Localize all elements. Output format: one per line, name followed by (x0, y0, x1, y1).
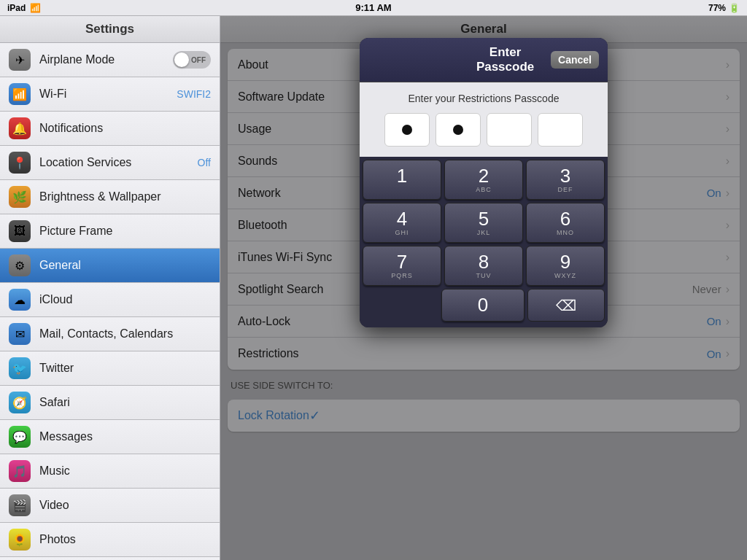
battery-label: 77% (708, 3, 726, 13)
picture-icon: 🖼 (9, 220, 31, 242)
location-value: Off (198, 157, 211, 168)
brightness-label: Brightness & Wallpaper (39, 190, 211, 203)
key-0[interactable]: 0 (441, 289, 525, 322)
delete-icon: ⌫ (556, 297, 576, 314)
key-empty (363, 289, 438, 322)
dot-3 (487, 113, 532, 147)
passcode-title: Enter Passcode (460, 45, 551, 74)
passcode-dialog: Enter Passcode Cancel Enter your Restric… (360, 38, 608, 327)
sidebar-item-picture[interactable]: 🖼Picture Frame (0, 214, 220, 249)
video-label: Video (39, 499, 211, 512)
sidebar-item-twitter[interactable]: 🐦Twitter (0, 351, 220, 386)
key-2[interactable]: 2ABC (444, 160, 523, 200)
photos-label: Photos (39, 533, 211, 546)
dot-4 (538, 113, 583, 147)
key-3[interactable]: 3DEF (526, 160, 605, 200)
video-icon: 🎬 (9, 494, 31, 516)
passcode-prompt-area: Enter your Restrictions Passcode (360, 82, 608, 157)
key-9[interactable]: 9WXYZ (526, 246, 605, 286)
safari-label: Safari (39, 396, 211, 409)
photos-icon: 🌻 (9, 529, 31, 551)
key-1[interactable]: 1 (363, 160, 441, 200)
location-label: Location Services (39, 156, 198, 169)
sidebar-title: Settings (0, 16, 220, 43)
notifications-icon: 🔔 (9, 117, 31, 139)
brightness-icon: 🌿 (9, 186, 31, 208)
keypad-row-2: 4GHI 5JKL 6MNO (363, 203, 605, 243)
sidebar-item-photos[interactable]: 🌻Photos (0, 523, 220, 557)
dot-2 (436, 113, 481, 147)
twitter-label: Twitter (39, 362, 211, 375)
device-label: iPad (7, 3, 26, 13)
sidebar-item-messages[interactable]: 💬Messages (0, 420, 220, 454)
sidebar-item-icloud[interactable]: ☁iCloud (0, 283, 220, 317)
dot-1-fill (402, 125, 412, 135)
key-delete-button[interactable]: ⌫ (527, 289, 605, 322)
sidebar-item-general[interactable]: ⚙General (0, 249, 220, 283)
airplane-toggle[interactable]: OFF (173, 51, 211, 69)
airplane-label: Airplane Mode (39, 53, 173, 66)
sidebar-item-music[interactable]: 🎵Music (0, 454, 220, 489)
mail-label: Mail, Contacts, Calendars (39, 327, 211, 341)
passcode-overlay: Enter Passcode Cancel Enter your Restric… (220, 16, 747, 560)
keypad-row-1: 1 2ABC 3DEF (363, 160, 605, 200)
general-label: General (39, 259, 211, 272)
passcode-cancel-button[interactable]: Cancel (551, 51, 599, 69)
passcode-dots (367, 113, 600, 147)
main-container: Settings ✈Airplane ModeOFF📶Wi-FiSWIFI2🔔N… (0, 16, 747, 560)
status-time: 9:11 AM (355, 2, 391, 13)
icloud-icon: ☁ (9, 289, 31, 311)
passcode-header: Enter Passcode Cancel (360, 38, 608, 82)
sidebar: Settings ✈Airplane ModeOFF📶Wi-FiSWIFI2🔔N… (0, 16, 220, 560)
picture-label: Picture Frame (39, 225, 211, 238)
wifi-icon: 📶 (9, 83, 31, 105)
sidebar-item-notifications[interactable]: 🔔Notifications (0, 112, 220, 146)
airplane-icon: ✈ (9, 49, 31, 71)
status-left: iPad 📶 (7, 3, 41, 13)
content-area: General About › Software Update › Usage … (220, 16, 747, 560)
sidebar-item-safari[interactable]: 🧭Safari (0, 386, 220, 420)
key-8[interactable]: 8TUV (444, 246, 523, 286)
keypad: 1 2ABC 3DEF 4GHI 5JKL 6MNO 7PQRS 8TUV 9W… (360, 157, 608, 327)
music-label: Music (39, 464, 211, 478)
sidebar-item-notes[interactable]: 📝Notes (0, 557, 220, 560)
location-icon: 📍 (9, 152, 31, 174)
music-icon: 🎵 (9, 460, 31, 482)
dot-1 (384, 113, 430, 147)
mail-icon: ✉ (9, 323, 31, 345)
wifi-label: Wi-Fi (39, 88, 177, 101)
sidebar-item-mail[interactable]: ✉Mail, Contacts, Calendars (0, 317, 220, 351)
key-4[interactable]: 4GHI (363, 203, 441, 243)
general-icon: ⚙ (9, 254, 31, 276)
keypad-row-4: 0 ⌫ (363, 289, 605, 322)
sidebar-item-wifi[interactable]: 📶Wi-FiSWIFI2 (0, 77, 220, 112)
dot-2-fill (453, 125, 463, 135)
sidebar-item-video[interactable]: 🎬Video (0, 489, 220, 523)
sidebar-item-location[interactable]: 📍Location ServicesOff (0, 146, 220, 180)
notifications-label: Notifications (39, 122, 211, 135)
sidebar-items-container: ✈Airplane ModeOFF📶Wi-FiSWIFI2🔔Notificati… (0, 43, 220, 560)
wifi-value: SWIFI2 (177, 88, 211, 100)
icloud-label: iCloud (39, 293, 211, 306)
wifi-icon: 📶 (30, 3, 41, 13)
battery-icon: 🔋 (729, 3, 740, 13)
twitter-icon: 🐦 (9, 357, 31, 379)
key-5[interactable]: 5JKL (444, 203, 523, 243)
passcode-prompt-text: Enter your Restrictions Passcode (367, 93, 600, 104)
status-right: 77% 🔋 (708, 3, 740, 13)
messages-label: Messages (39, 430, 211, 443)
keypad-row-3: 7PQRS 8TUV 9WXYZ (363, 246, 605, 286)
safari-icon: 🧭 (9, 392, 31, 413)
key-7[interactable]: 7PQRS (363, 246, 441, 286)
messages-icon: 💬 (9, 426, 31, 448)
key-6[interactable]: 6MNO (526, 203, 605, 243)
sidebar-item-airplane[interactable]: ✈Airplane ModeOFF (0, 43, 220, 77)
status-bar: iPad 📶 9:11 AM 77% 🔋 (0, 0, 747, 16)
sidebar-item-brightness[interactable]: 🌿Brightness & Wallpaper (0, 180, 220, 214)
